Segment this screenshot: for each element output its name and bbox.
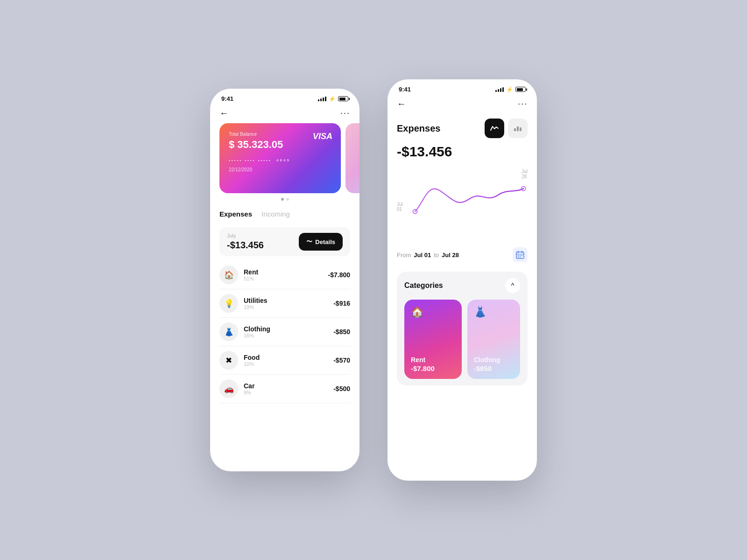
card-dots: ••••• •••• ••••• 4849 — [229, 158, 331, 162]
expense-list: 🏠 Rent 51% -$7.800 💡 Utilities 19% -$916… — [210, 261, 359, 403]
expense-icon-car: 🚗 — [219, 379, 238, 398]
expense-item-clothing[interactable]: 👗 Clothing 16% -$850 — [219, 318, 350, 346]
clothing-cat-amount: -$850 — [474, 364, 514, 372]
expense-name-car: Car — [244, 382, 333, 390]
rent-cat-name: Rent — [411, 356, 455, 364]
month-section: July -$13.456 〜 Details — [219, 227, 350, 256]
expense-name-rent: Rent — [244, 268, 328, 276]
expense-info-car: Car 9% — [244, 382, 333, 395]
expenses-title: Expenses — [397, 123, 440, 134]
card-brand: VISA — [313, 132, 332, 141]
svg-rect-12 — [518, 257, 519, 258]
clothing-card-bottom: Clothing -$850 — [474, 356, 514, 372]
expense-icon-rent: 🏠 — [219, 266, 238, 284]
expense-amount-clothing: -$850 — [333, 328, 350, 336]
expense-amount-rent: -$7.800 — [328, 271, 350, 279]
svg-rect-9 — [518, 255, 519, 256]
rent-card-bottom: Rent -$7.800 — [411, 356, 455, 372]
bar-chart-button[interactable] — [508, 119, 528, 138]
phone-right: 9:41 ⚡ ← ··· Expenses — [388, 79, 537, 481]
chart-label-right: Jul28 — [521, 169, 528, 179]
card-peek — [345, 123, 359, 193]
time-left: 9:41 — [221, 95, 233, 102]
expense-info-utilities: Utilities 19% — [244, 297, 333, 310]
category-card-clothing[interactable]: 👗 Clothing -$850 — [467, 300, 520, 379]
tab-incoming[interactable]: Incoming — [261, 210, 290, 220]
tab-expenses[interactable]: Expenses — [219, 210, 252, 220]
expense-item-car[interactable]: 🚗 Car 9% -$500 — [219, 375, 350, 403]
status-bar-left: 9:41 ⚡ — [210, 89, 359, 105]
line-chart-button[interactable] — [485, 119, 504, 138]
expense-icon-utilities: 💡 — [219, 294, 238, 313]
back-button-left[interactable]: ← — [219, 108, 229, 119]
expense-pct-clothing: 16% — [244, 333, 333, 338]
battery-icon-right — [515, 87, 526, 92]
rent-cat-icon: 🏠 — [411, 306, 455, 318]
credit-card[interactable]: Total Balance $ 35.323.05 ••••• •••• •••… — [219, 123, 341, 193]
from-date: Jul 01 — [414, 252, 431, 259]
expense-amount-food: -$570 — [333, 357, 350, 364]
expense-item-rent[interactable]: 🏠 Rent 51% -$7.800 — [219, 261, 350, 289]
time-right: 9:41 — [399, 86, 411, 93]
expense-info-food: Food 10% — [244, 354, 333, 367]
expense-name-utilities: Utilities — [244, 297, 333, 304]
chart-toggle — [485, 119, 528, 138]
more-button-right[interactable]: ··· — [518, 99, 528, 109]
card-area: Total Balance $ 35.323.05 ••••• •••• •••… — [210, 123, 359, 193]
wifi-icon-right: ⚡ — [506, 86, 513, 93]
phone-left: 9:41 ⚡ ← ··· Total Balance $ 35.323.05 •… — [210, 89, 359, 471]
category-cards: 🏠 Rent -$7.800 👗 Clothing -$850 — [404, 300, 520, 379]
expense-pct-food: 10% — [244, 361, 333, 367]
collapse-icon: ^ — [511, 282, 514, 289]
categories-section: Categories ^ 🏠 Rent -$7.800 👗 Clothing -… — [397, 272, 528, 385]
details-label: Details — [315, 238, 335, 245]
battery-icon — [338, 96, 348, 101]
svg-rect-10 — [520, 255, 521, 256]
chart-area: Jul01 Jul28 — [388, 164, 537, 244]
expense-pct-car: 9% — [244, 390, 333, 395]
expense-icon-food: ✖ — [219, 351, 238, 370]
card-dots-indicator — [210, 198, 359, 201]
dot-2 — [286, 198, 289, 201]
nav-bar-right: ← ··· — [388, 96, 537, 114]
line-chart-icon — [490, 125, 499, 132]
clothing-cat-name: Clothing — [474, 356, 514, 364]
to-date: Jul 28 — [442, 252, 459, 259]
category-card-rent[interactable]: 🏠 Rent -$7.800 — [404, 300, 462, 379]
more-button-left[interactable]: ··· — [340, 108, 350, 118]
categories-title: Categories — [404, 281, 443, 290]
svg-rect-11 — [521, 255, 522, 256]
wifi-icon: ⚡ — [329, 96, 336, 102]
signal-icon — [318, 97, 326, 101]
expense-pct-utilities: 19% — [244, 304, 333, 310]
details-icon: 〜 — [306, 238, 312, 246]
svg-rect-0 — [514, 128, 516, 131]
big-amount: -$13.456 — [388, 141, 537, 164]
calendar-icon — [516, 251, 524, 259]
expense-pct-rent: 51% — [244, 276, 328, 281]
collapse-button[interactable]: ^ — [505, 278, 520, 293]
clothing-cat-icon: 👗 — [474, 306, 514, 318]
expenses-header: Expenses — [388, 114, 537, 141]
chart-label-left: Jul01 — [397, 202, 403, 212]
status-bar-right: 9:41 ⚡ — [388, 79, 537, 96]
status-icons-left: ⚡ — [318, 96, 348, 102]
month-amount: -$13.456 — [227, 240, 264, 251]
month-info: July -$13.456 — [227, 233, 264, 251]
to-label: to — [434, 252, 439, 259]
back-button-right[interactable]: ← — [397, 98, 406, 109]
expense-item-utilities[interactable]: 💡 Utilities 19% -$916 — [219, 289, 350, 318]
expense-info-clothing: Clothing 16% — [244, 325, 333, 338]
calendar-button[interactable] — [513, 247, 528, 262]
svg-rect-1 — [517, 126, 519, 131]
expense-name-clothing: Clothing — [244, 325, 333, 333]
expense-item-food[interactable]: ✖ Food 10% -$570 — [219, 346, 350, 375]
month-label: July — [227, 233, 264, 238]
rent-cat-amount: -$7.800 — [411, 364, 455, 372]
from-label: From — [397, 252, 411, 259]
categories-header: Categories ^ — [404, 278, 520, 293]
line-chart-svg — [411, 164, 528, 230]
dot-1 — [281, 198, 284, 201]
details-button[interactable]: 〜 Details — [299, 233, 343, 251]
bar-chart-icon — [513, 125, 522, 132]
